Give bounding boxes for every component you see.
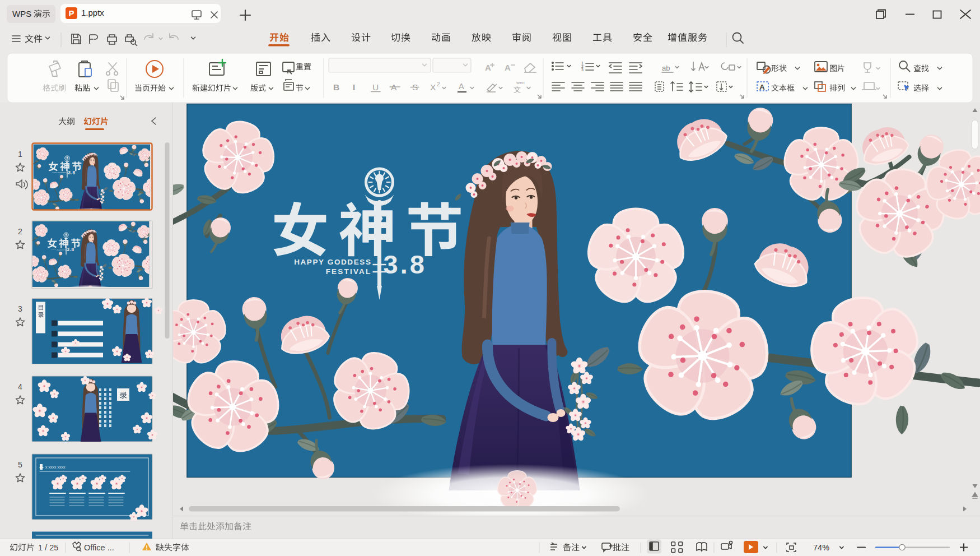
svg-text:B: B [333, 82, 339, 92]
svg-text:4: 4 [18, 382, 22, 391]
svg-text:P: P [68, 8, 74, 18]
svg-text:2: 2 [18, 227, 22, 236]
svg-text:wen: wen [516, 80, 525, 85]
svg-text:74%: 74% [813, 543, 829, 552]
svg-text:X: X [430, 82, 436, 92]
svg-text:A: A [759, 83, 765, 91]
svg-text:A: A [505, 63, 511, 72]
svg-text:1: 1 [18, 150, 22, 159]
svg-text:ab: ab [662, 64, 670, 72]
svg-text:2: 2 [437, 81, 440, 87]
svg-text:1 / 25: 1 / 25 [38, 543, 58, 552]
svg-text:U: U [372, 82, 379, 92]
svg-text:5: 5 [18, 460, 22, 469]
svg-text:A: A [459, 82, 464, 91]
svg-text:x xxxx xxxx: x xxxx xxxx [45, 465, 66, 469]
svg-text:3: 3 [581, 68, 584, 72]
svg-text:I: I [352, 82, 356, 92]
svg-text:3: 3 [18, 304, 22, 313]
svg-text:A: A [485, 63, 491, 72]
svg-text:1.pptx: 1.pptx [81, 8, 104, 17]
svg-text:WPS: WPS [12, 9, 31, 18]
svg-text:Office ...: Office ... [84, 543, 114, 552]
